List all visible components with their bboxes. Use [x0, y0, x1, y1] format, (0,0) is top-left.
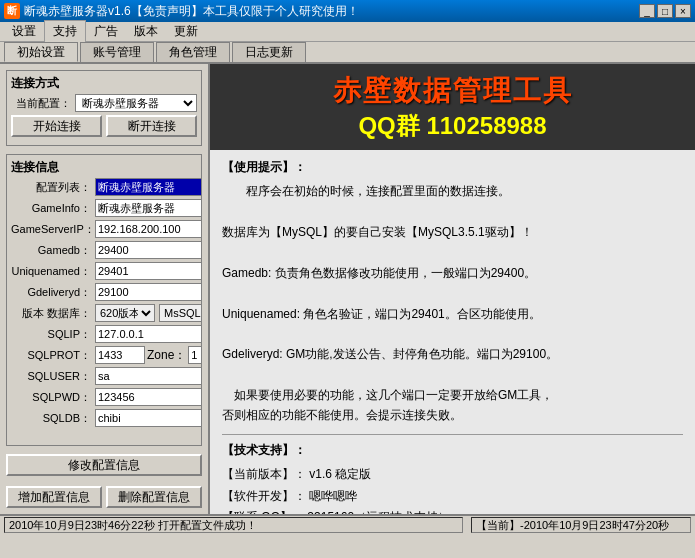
start-connect-button[interactable]: 开始连接 — [11, 115, 102, 137]
usage-tips-section: 【使用提示】： 程序会在初始的时候，连接配置里面的数据连接。 数据库为【MySQ… — [222, 158, 683, 426]
menu-item-update[interactable]: 更新 — [166, 21, 206, 42]
status-bar: 2010年10月9日23时46分22秒 打开配置文件成功！ 【当前】-2010年… — [0, 514, 695, 534]
current-config-row: 当前配置： 断魂赤壁服务器 — [11, 94, 197, 112]
modify-config-button[interactable]: 修改配置信息 — [6, 454, 202, 476]
connect-section-title: 连接方式 — [11, 75, 197, 92]
sqlip-row: SQLIP： — [11, 325, 197, 343]
gameinfo-input[interactable] — [95, 199, 202, 217]
sqldb-label: SQLDB： — [11, 411, 91, 426]
uniquenamed-row: Uniquenamed： — [11, 262, 197, 280]
section-divider — [222, 434, 683, 435]
zone-input[interactable] — [188, 346, 202, 364]
app-icon: 断 — [4, 3, 20, 19]
gameserverip-input[interactable] — [95, 220, 202, 238]
minimize-button[interactable]: _ — [639, 4, 655, 18]
tab-account-mgmt[interactable]: 账号管理 — [80, 42, 154, 62]
version-row: 版本 数据库： 620版本 MsSQL库 — [11, 304, 197, 322]
sqldb-row: SQLDB： — [11, 409, 197, 427]
current-config-label: 当前配置： — [11, 96, 71, 111]
config-list-row: 配置列表： — [11, 178, 197, 196]
db-select[interactable]: MsSQL库 — [159, 304, 202, 322]
config-list-input[interactable] — [95, 178, 202, 196]
sqlip-label: SQLIP： — [11, 327, 91, 342]
gameinfo-label: GameInfo： — [11, 201, 91, 216]
sqlpwd-input[interactable] — [95, 388, 202, 406]
tech-row-qq: 【联系 QQ】： 3315160（远程技术支持） — [222, 507, 683, 514]
tech-support-title: 【技术支持】： — [222, 441, 683, 460]
gdeliveryd-input[interactable] — [95, 283, 202, 301]
sqlprot-row: SQLPROT： Zone： — [11, 346, 197, 364]
menu-bar: 设置 支持 广告 版本 更新 — [0, 22, 695, 42]
sqluser-row: SQLUSER： — [11, 367, 197, 385]
status-left: 2010年10月9日23时46分22秒 打开配置文件成功！ — [4, 517, 463, 533]
usage-tips-text: 程序会在初始的时候，连接配置里面的数据连接。 数据库为【MySQL】的要自己安装… — [222, 181, 683, 426]
sqlprot-label: SQLPROT： — [11, 348, 91, 363]
tab-initial-settings[interactable]: 初始设置 — [4, 42, 78, 62]
info-section-title: 连接信息 — [11, 159, 197, 176]
sqlpwd-row: SQLPWD： — [11, 388, 197, 406]
tech-label-dev: 【软件开发】： — [222, 489, 306, 503]
menu-item-ads[interactable]: 广告 — [86, 21, 126, 42]
gameserverip-row: GameServerIP： — [11, 220, 197, 238]
tech-row-dev: 【软件开发】： 嗯哗嗯哗 — [222, 486, 683, 508]
connect-section: 连接方式 当前配置： 断魂赤壁服务器 开始连接 断开连接 — [6, 70, 202, 146]
zone-label: Zone： — [147, 347, 186, 364]
gamedb-input[interactable] — [95, 241, 202, 259]
status-right: 【当前】-2010年10月9日23时47分20秒 — [471, 517, 691, 533]
right-content: 【使用提示】： 程序会在初始的时候，连接配置里面的数据连接。 数据库为【MySQ… — [210, 150, 695, 514]
header-title: 赤壁数据管理工具 — [333, 72, 573, 110]
tech-label-version: 【当前版本】： — [222, 467, 306, 481]
title-bar: 断 断魂赤壁服务器v1.6【免责声明】本工具仅限于个人研究使用！ _ □ × — [0, 0, 695, 22]
tab-bar: 初始设置 账号管理 角色管理 日志更新 — [0, 42, 695, 64]
tech-support-section: 【技术支持】： 【当前版本】： v1.6 稳定版 【软件开发】： 嗯哗嗯哗 【联… — [222, 441, 683, 514]
close-button[interactable]: × — [675, 4, 691, 18]
tech-row-version: 【当前版本】： v1.6 稳定版 — [222, 464, 683, 486]
sqlprot-input[interactable] — [95, 346, 145, 364]
config-list-label: 配置列表： — [11, 180, 91, 195]
menu-item-version[interactable]: 版本 — [126, 21, 166, 42]
gdeliveryd-label: Gdeliveryd： — [11, 285, 91, 300]
version-select[interactable]: 620版本 — [95, 304, 155, 322]
usage-tips-title: 【使用提示】： — [222, 158, 683, 177]
menu-item-support[interactable]: 支持 — [44, 20, 86, 43]
uniquenamed-label: Uniquenamed： — [11, 264, 91, 279]
window-controls: _ □ × — [639, 4, 691, 18]
gdeliveryd-row: Gdeliveryd： — [11, 283, 197, 301]
right-panel: 赤壁数据管理工具 QQ群 110258988 【使用提示】： 程序会在初始的时候… — [210, 64, 695, 514]
sqldb-input[interactable] — [95, 409, 202, 427]
uniquenamed-input[interactable] — [95, 262, 202, 280]
sqluser-label: SQLUSER： — [11, 369, 91, 384]
tech-value-version: v1.6 稳定版 — [309, 467, 371, 481]
tab-log-update[interactable]: 日志更新 — [232, 42, 306, 62]
tech-value-dev: 嗯哗嗯哗 — [309, 489, 357, 503]
config-action-buttons: 增加配置信息 删除配置信息 — [6, 486, 202, 508]
connect-buttons: 开始连接 断开连接 — [11, 115, 197, 137]
sqlpwd-label: SQLPWD： — [11, 390, 91, 405]
sqlip-input[interactable] — [95, 325, 202, 343]
gameinfo-row: GameInfo： — [11, 199, 197, 217]
sqluser-input[interactable] — [95, 367, 202, 385]
delete-config-button[interactable]: 删除配置信息 — [106, 486, 202, 508]
tab-role-mgmt[interactable]: 角色管理 — [156, 42, 230, 62]
maximize-button[interactable]: □ — [657, 4, 673, 18]
tech-value-qq: 3315160（远程技术支持） — [307, 510, 450, 514]
info-section: 连接信息 配置列表： GameInfo： GameServerIP： Gamed… — [6, 154, 202, 446]
tech-label-qq: 【联系 QQ】： — [222, 510, 304, 514]
gamedb-label: Gamedb： — [11, 243, 91, 258]
stop-connect-button[interactable]: 断开连接 — [106, 115, 197, 137]
version-label: 版本 数据库： — [11, 306, 91, 321]
window-title: 断魂赤壁服务器v1.6【免责声明】本工具仅限于个人研究使用！ — [24, 3, 359, 20]
left-panel: 连接方式 当前配置： 断魂赤壁服务器 开始连接 断开连接 连接信息 配置列表： … — [0, 64, 210, 514]
header-qq: QQ群 110258988 — [358, 110, 546, 142]
add-config-button[interactable]: 增加配置信息 — [6, 486, 102, 508]
current-config-select[interactable]: 断魂赤壁服务器 — [75, 94, 197, 112]
menu-item-settings[interactable]: 设置 — [4, 21, 44, 42]
gameserverip-label: GameServerIP： — [11, 222, 91, 237]
gamedb-row: Gamedb： — [11, 241, 197, 259]
right-header: 赤壁数据管理工具 QQ群 110258988 — [210, 64, 695, 150]
main-content: 连接方式 当前配置： 断魂赤壁服务器 开始连接 断开连接 连接信息 配置列表： … — [0, 64, 695, 514]
